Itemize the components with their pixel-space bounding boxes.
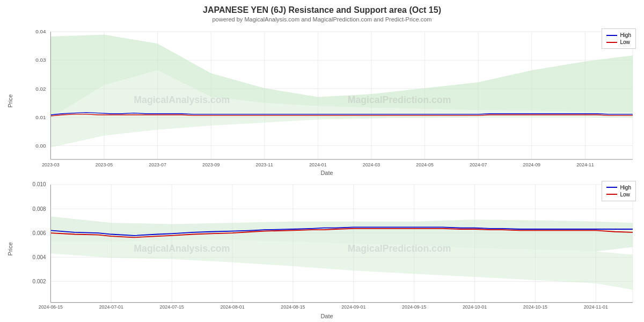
top-chart-area: 0.04 0.03 0.02 0.01 0.00 2023-03 2023-05… [15, 26, 639, 176]
svg-text:0.01: 0.01 [35, 114, 46, 120]
main-title: JAPANESE YEN (6J) Resistance and Support… [5, 5, 639, 15]
svg-text:0.010: 0.010 [33, 181, 46, 187]
svg-text:2024-09-01: 2024-09-01 [341, 304, 365, 310]
bottom-legend-high-label: High [620, 185, 631, 191]
svg-text:2024-10-15: 2024-10-15 [523, 304, 547, 310]
svg-text:2024-03: 2024-03 [363, 162, 380, 167]
top-legend-low-label: Low [620, 39, 630, 45]
bottom-low-line-indicator [606, 194, 617, 195]
svg-text:0.006: 0.006 [33, 230, 46, 236]
svg-text:0.00: 0.00 [35, 143, 46, 149]
bottom-x-label: Date [15, 313, 639, 319]
svg-text:2024-10-01: 2024-10-01 [463, 304, 487, 310]
svg-text:2024-05: 2024-05 [416, 162, 434, 167]
high-line-indicator [606, 35, 617, 36]
svg-text:0.002: 0.002 [33, 278, 46, 284]
bottom-legend-low: Low [606, 192, 631, 197]
bottom-legend-high: High [606, 185, 631, 191]
bottom-chart-svg: 0.010 0.008 0.006 0.004 0.002 2024-06-15… [15, 178, 639, 312]
bottom-chart-wrapper: Price [5, 178, 639, 319]
svg-text:2024-07-01: 2024-07-01 [99, 304, 123, 310]
svg-text:2024-08-01: 2024-08-01 [220, 304, 244, 310]
charts-container: Price [5, 26, 639, 319]
svg-text:0.004: 0.004 [33, 254, 46, 260]
top-chart-wrapper: Price [5, 26, 639, 176]
svg-text:2023-03: 2023-03 [42, 162, 60, 167]
svg-text:2024-06-15: 2024-06-15 [39, 304, 63, 310]
bottom-chart-area: 0.010 0.008 0.006 0.004 0.002 2024-06-15… [15, 178, 639, 319]
svg-text:2024-09-15: 2024-09-15 [402, 304, 426, 310]
top-legend-high: High [606, 32, 631, 38]
svg-text:2023-05: 2023-05 [96, 162, 113, 167]
svg-text:0.03: 0.03 [35, 57, 46, 63]
svg-text:2024-11: 2024-11 [576, 162, 594, 167]
bottom-chart-legend: High Low [602, 181, 636, 201]
top-y-axis-label: Price [5, 26, 15, 176]
bottom-legend-low-label: Low [620, 192, 630, 197]
svg-text:0.008: 0.008 [33, 206, 46, 211]
page-container: JAPANESE YEN (6J) Resistance and Support… [0, 0, 644, 322]
low-line-indicator [606, 42, 617, 43]
svg-text:2023-07: 2023-07 [149, 162, 166, 167]
bottom-high-line-indicator [606, 187, 617, 188]
svg-text:MagicalAnalysis.com: MagicalAnalysis.com [134, 94, 230, 105]
top-x-label: Date [15, 170, 639, 176]
svg-text:2024-01: 2024-01 [309, 162, 327, 167]
top-legend-low: Low [606, 39, 631, 45]
svg-text:0.02: 0.02 [35, 86, 46, 92]
svg-text:MagicalAnalysis.com: MagicalAnalysis.com [134, 242, 230, 254]
subtitle: powered by MagicalAnalysis.com and Magic… [5, 16, 639, 23]
svg-text:MagicalPrediction.com: MagicalPrediction.com [348, 242, 451, 254]
svg-text:2024-07: 2024-07 [470, 162, 487, 167]
svg-text:2024-07-15: 2024-07-15 [160, 304, 184, 310]
svg-text:MagicalPrediction.com: MagicalPrediction.com [348, 94, 451, 105]
svg-text:2024-11-01: 2024-11-01 [584, 304, 608, 310]
bottom-y-axis-label: Price [5, 178, 15, 319]
svg-text:0.04: 0.04 [35, 28, 46, 34]
top-chart-svg: 0.04 0.03 0.02 0.01 0.00 2023-03 2023-05… [15, 26, 639, 169]
top-legend-high-label: High [620, 32, 631, 38]
top-chart-legend: High Low [602, 28, 636, 49]
svg-text:2024-09: 2024-09 [523, 162, 541, 167]
svg-text:2023-09: 2023-09 [202, 162, 220, 167]
svg-text:2024-08-15: 2024-08-15 [281, 304, 305, 310]
svg-text:2023-11: 2023-11 [256, 162, 274, 167]
